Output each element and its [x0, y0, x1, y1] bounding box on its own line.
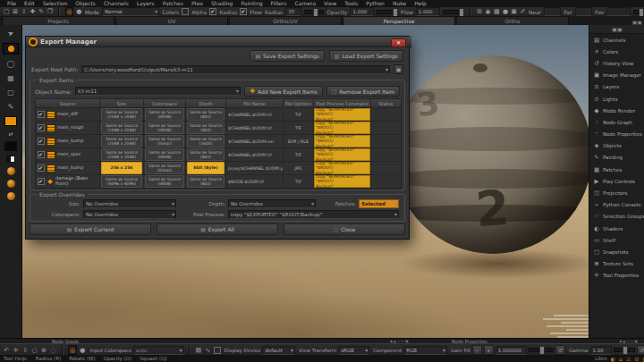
gain-input[interactable]: 1.000000 [496, 346, 527, 355]
colorspace-cell[interactable]: Same as Source (sRGB) [145, 122, 184, 134]
override-depth-select[interactable]: No Overrides [228, 199, 316, 208]
sidebar-item[interactable]: ∷ Selection Groups [589, 211, 644, 223]
undo-icon[interactable]: ↶ [3, 346, 10, 354]
row-checkbox[interactable] [38, 151, 45, 158]
file-options-cell[interactable]: JPG [284, 162, 314, 174]
marquee-select-tool-icon[interactable]: ▢ [4, 88, 18, 97]
folder-view-icon[interactable]: ▣ [511, 8, 517, 16]
depth-cell[interactable]: Same as Source (8bit) [187, 122, 225, 134]
component-select[interactable]: RGB [403, 346, 447, 355]
menu-item[interactable]: Selection [39, 0, 72, 7]
menu-item[interactable]: Nuke [389, 0, 410, 7]
override-colorspace-select[interactable]: No Overrides [83, 210, 176, 219]
shader-ball-icon[interactable] [7, 167, 15, 175]
column-header[interactable]: Source [36, 99, 100, 107]
flow-slider[interactable] [443, 10, 464, 14]
robot-head-object[interactable]: 3 2 [394, 55, 589, 254]
checker-view-icon[interactable]: ▩ [494, 8, 500, 16]
grid-warp-tool-icon[interactable]: ▦ [4, 73, 18, 83]
depth-cell[interactable]: Same as Source (8bit) [187, 175, 225, 188]
post-process-cell[interactable]: copy "$EXPORTED" "$ROOT/ Backup/" [314, 175, 370, 188]
size-cell[interactable]: 256 x 256 [101, 162, 142, 174]
menu-item[interactable]: View [320, 0, 340, 7]
sidebar-item[interactable]: ✎ Painting [589, 152, 644, 164]
background-color-swatch[interactable] [4, 141, 17, 151]
lasso-icon[interactable]: ◌ [49, 346, 56, 354]
file-options-cell[interactable]: TIF [284, 175, 314, 188]
object-name-select[interactable]: k3-m11 [75, 87, 241, 96]
curve-icon[interactable]: ∿ [204, 346, 211, 354]
sidebar-item[interactable]: ≣ Texture Sets [589, 258, 644, 270]
column-header[interactable]: File Options [284, 99, 314, 107]
sidebar-item[interactable]: ⊙ Lights [589, 93, 644, 105]
column-header[interactable]: Post Process Command [314, 99, 371, 107]
menu-item[interactable]: File [4, 0, 20, 7]
file-name-cell[interactable]: $CHANNEL.$UDIM.tif [226, 148, 284, 161]
menu-item[interactable]: Objects [72, 0, 99, 7]
layout-split-icon[interactable]: ▣▣ [632, 19, 642, 25]
viewport-tab[interactable]: Perspective [343, 16, 455, 25]
vector-brush-tool-icon[interactable]: ✎ [4, 102, 18, 112]
add-node-icon[interactable]: ⊕ [40, 346, 47, 354]
size-cell[interactable]: Same as Source (2048 x 2048) [101, 122, 142, 134]
flow-input[interactable]: 1.000 [416, 7, 440, 16]
paint-tool-icon[interactable] [3, 43, 19, 55]
row-checkbox[interactable] [38, 124, 45, 131]
colorspace-cell[interactable]: Same as Source (sRGB) [145, 108, 184, 121]
file-name-cell[interactable]: $CHANNEL.$UDIM.tif [226, 108, 284, 121]
browse-path-icon[interactable]: ▣ [394, 64, 403, 74]
circle-select-icon[interactable]: ○ [30, 346, 38, 354]
home-icon[interactable]: ⌂ [619, 356, 623, 362]
shader-sphere-icon[interactable]: ● [79, 346, 86, 354]
sidebar-item[interactable]: ▣ Image Manager [589, 70, 644, 81]
column-header[interactable]: Size [100, 99, 144, 107]
view-transform-select[interactable]: sRGB [338, 346, 369, 355]
table-row[interactable]: main_rough Same as Source (2048 x 2048) … [36, 122, 401, 135]
sidebar-item[interactable]: ▭ Shelf [589, 234, 644, 246]
display-toggle-checkbox[interactable] [214, 347, 221, 354]
size-cell[interactable]: Same as Source (2048 x 2048) [101, 148, 142, 161]
mode-select[interactable]: Normal [102, 7, 159, 16]
viewport-tab[interactable]: Ortho/UV [229, 16, 342, 25]
swap-colors-icon[interactable]: ⇄ [4, 130, 18, 137]
cube-view-icon[interactable]: ⊞ [477, 8, 483, 16]
radius-checkbox[interactable] [209, 8, 216, 15]
sidebar-item[interactable]: ∴ Node Graph [589, 116, 644, 128]
gamma-input[interactable]: 1.00 [590, 346, 612, 355]
gain-increment-button[interactable]: + [484, 345, 494, 355]
override-size-select[interactable]: No Overrides [83, 199, 176, 208]
load-export-settings-button[interactable]: ▥ Load Export Settings [329, 50, 403, 62]
brush-tip-icon[interactable]: ● [76, 8, 82, 16]
close-button[interactable]: ▢ Close [284, 223, 405, 235]
near-input[interactable] [544, 7, 561, 16]
dialog-title-bar[interactable]: Export Manager [26, 37, 411, 47]
save-export-settings-button[interactable]: ▤ Save Export Settings [250, 50, 324, 62]
table-row[interactable]: damage (Bake Point) Same as Source (4096… [36, 175, 401, 189]
menu-item[interactable]: Filters [267, 0, 291, 7]
depth-cell[interactable]: Same as Source (8bit) [187, 108, 225, 121]
fov-slider[interactable] [633, 10, 644, 14]
target-status-icon[interactable]: ⊙ [634, 356, 639, 362]
table-row[interactable]: main_bump Same as Source (2048 x 2048) S… [36, 135, 401, 148]
shader-ball-icon[interactable] [7, 180, 15, 188]
gamma-slider[interactable] [614, 348, 635, 352]
sidebar-item[interactable]: ∵ Node Properties [589, 129, 644, 140]
input-colorspace-select[interactable]: auto [133, 346, 184, 355]
menu-item[interactable]: Shading [208, 0, 236, 7]
fov-input[interactable] [606, 7, 631, 16]
export-all-button[interactable]: ▤ Export All [157, 223, 278, 235]
column-header[interactable]: Colorspace [144, 99, 186, 107]
post-process-cell[interactable]: copy "$EXPORTED" "$ROOT/ Backup/" [314, 148, 370, 161]
drop-icon[interactable]: ⇩ [21, 346, 29, 354]
file-options-cell[interactable]: TIF [284, 148, 314, 161]
export-root-path-input[interactable]: C:/Users/rory.woodford/Output/Mars/k3-m1… [81, 65, 390, 74]
copy-icon[interactable]: ❐ [47, 8, 54, 16]
file-name-cell[interactable]: $NODE.$UDIM.tif [226, 175, 284, 188]
colorspace-cell[interactable]: Same as Source (sRGB) [145, 175, 184, 188]
flow-checkbox[interactable] [240, 8, 247, 15]
override-patches-select[interactable]: Selected [359, 199, 399, 208]
export-current-button[interactable]: ▤ Export Current [30, 223, 151, 235]
post-process-cell[interactable]: copy "$EXPORTED" "$ROOT/ Backup/" [314, 135, 370, 147]
file-options-cell[interactable]: TIF [284, 122, 314, 134]
radius-input[interactable]: 35 [285, 7, 301, 16]
